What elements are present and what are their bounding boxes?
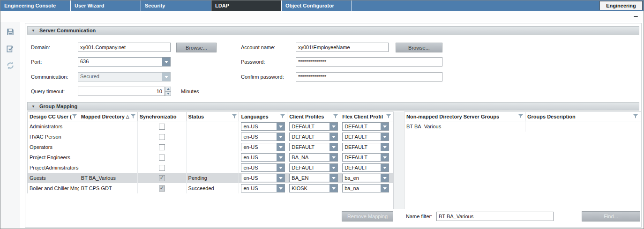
- name-filter-input[interactable]: [436, 212, 554, 221]
- column-header-nonmapped-groups[interactable]: Non-mapped Directory Server Groups: [404, 112, 525, 121]
- account-browse-button[interactable]: Browse...: [396, 43, 442, 52]
- column-header-mapped-directory[interactable]: Mapped Directory△: [79, 112, 138, 121]
- flex-profile-select[interactable]: DEFAULT: [342, 163, 389, 172]
- client-profile-select[interactable]: BA_EN: [289, 174, 338, 182]
- flex-profile-select[interactable]: DEFAULT: [342, 153, 389, 162]
- client-profile-select[interactable]: DEFAULT: [289, 133, 338, 141]
- collapse-icon[interactable]: [634, 16, 638, 17]
- table-row[interactable]: Guests BT BA_Various Pending en-US BA_EN…: [28, 173, 393, 183]
- column-header-client-profiles[interactable]: Client Profiles: [287, 112, 340, 121]
- flex-profile-select[interactable]: ba_en: [342, 174, 389, 182]
- domain-browse-button[interactable]: Browse...: [176, 43, 217, 52]
- column-header-groups-description[interactable]: Groups Description: [525, 112, 640, 121]
- panel-splitter[interactable]: [393, 111, 404, 209]
- filter-icon[interactable]: [232, 114, 237, 118]
- flex-profile-select[interactable]: DEFAULT: [342, 143, 389, 151]
- sync-checkbox[interactable]: [159, 175, 165, 181]
- language-value: en-US: [241, 154, 277, 161]
- filter-icon[interactable]: [633, 114, 638, 118]
- cell-synchronization: [138, 163, 187, 173]
- language-select[interactable]: en-US: [241, 174, 285, 182]
- column-header-user[interactable]: Desigo CC User (: [28, 112, 79, 121]
- sync-checkbox[interactable]: [159, 144, 165, 150]
- sync-checkbox[interactable]: [159, 155, 165, 161]
- domain-input[interactable]: [78, 43, 171, 52]
- tab-engineering-console[interactable]: Engineering Console: [0, 0, 71, 11]
- table-row[interactable]: Administrators en-US DEFAULT DEFAULT: [28, 121, 393, 132]
- language-select[interactable]: en-US: [241, 143, 285, 151]
- cell-flex-profile: ba_na: [340, 183, 393, 193]
- find-button[interactable]: Find...: [582, 211, 640, 222]
- confirm-password-input[interactable]: [296, 72, 442, 81]
- column-header-languages[interactable]: Languages: [239, 112, 287, 121]
- tab-object-configurator[interactable]: Object Configurator: [282, 0, 352, 11]
- filter-icon[interactable]: [72, 114, 77, 118]
- language-select[interactable]: en-US: [241, 153, 285, 162]
- chevron-down-icon: [329, 185, 337, 192]
- language-select[interactable]: en-US: [241, 163, 285, 172]
- password-label: Password:: [241, 59, 265, 65]
- query-timeout-input[interactable]: [78, 87, 165, 96]
- spinner-up-icon[interactable]: [165, 87, 171, 91]
- communication-select[interactable]: Secured: [78, 72, 171, 81]
- chevron-down-icon: [329, 133, 337, 140]
- sync-checkbox[interactable]: [159, 165, 165, 171]
- cell-group-description: [525, 121, 640, 132]
- client-profile-select[interactable]: KIOSK: [289, 184, 338, 192]
- table-row[interactable]: BT BA_Various: [404, 121, 641, 132]
- query-timeout-label: Query timeout:: [31, 89, 65, 94]
- tab-user-wizard[interactable]: User Wizard: [71, 0, 141, 11]
- spinner-down-icon[interactable]: [165, 91, 171, 96]
- flex-profile-select[interactable]: ba_na: [342, 184, 389, 192]
- cell-languages: en-US: [239, 183, 287, 193]
- cell-client-profile: BA_EN: [287, 173, 340, 183]
- chevron-down-icon: [162, 58, 170, 66]
- chevron-down-icon: [381, 164, 389, 171]
- table-header-row: Non-mapped Directory Server Groups Group…: [404, 111, 641, 121]
- language-select[interactable]: en-US: [241, 122, 285, 131]
- flex-profile-select[interactable]: DEFAULT: [342, 133, 389, 141]
- client-profile-select[interactable]: BA_NA: [289, 153, 338, 162]
- sync-checkbox[interactable]: [159, 185, 165, 192]
- engineering-mode-button[interactable]: Engineering: [599, 1, 643, 10]
- filter-icon[interactable]: [518, 114, 523, 118]
- chevron-down-icon: [277, 154, 285, 161]
- table-row[interactable]: HVAC Person en-US DEFAULT DEFAULT: [28, 132, 393, 142]
- flex-profile-select[interactable]: DEFAULT: [342, 122, 389, 131]
- group-mapping-header[interactable]: ▼ Group Mapping: [27, 102, 639, 111]
- sort-ascending-icon[interactable]: △: [126, 114, 129, 119]
- column-header-synchronization[interactable]: Synchronizatio: [138, 112, 187, 121]
- column-label: Flex Client Profil: [342, 114, 383, 119]
- chevron-down-icon: [277, 174, 285, 182]
- port-select[interactable]: 636: [78, 57, 171, 66]
- table-row[interactable]: ProjectAdministrators en-US DEFAULT DEFA…: [28, 163, 393, 173]
- account-name-input[interactable]: [296, 43, 389, 52]
- password-input[interactable]: [296, 57, 442, 66]
- save-icon[interactable]: [6, 28, 15, 36]
- language-select[interactable]: en-US: [241, 133, 285, 141]
- chevron-down-icon: [277, 185, 285, 192]
- client-profile-select[interactable]: DEFAULT: [289, 143, 338, 151]
- filter-icon[interactable]: [386, 114, 391, 118]
- filter-icon[interactable]: [131, 114, 135, 118]
- table-row[interactable]: Project Engineers en-US BA_NA DEFAULT: [28, 152, 393, 163]
- client-profile-value: KIOSK: [290, 185, 329, 192]
- validate-icon[interactable]: [6, 44, 15, 53]
- table-row[interactable]: Operators en-US DEFAULT DEFAULT: [28, 142, 393, 152]
- refresh-icon[interactable]: [6, 61, 15, 70]
- filter-icon[interactable]: [280, 114, 285, 118]
- table-row[interactable]: Boiler and Chiller Mng BT CPS GDT Succee…: [28, 183, 393, 193]
- remove-mapping-button[interactable]: Remove Mapping: [342, 211, 393, 222]
- column-header-status[interactable]: Status: [187, 112, 240, 121]
- cell-client-profile: DEFAULT: [287, 132, 340, 142]
- tab-security[interactable]: Security: [141, 0, 211, 11]
- client-profile-select[interactable]: DEFAULT: [289, 122, 338, 131]
- server-communication-header[interactable]: ▼ Server Communication: [27, 26, 639, 35]
- sync-checkbox[interactable]: [159, 124, 165, 130]
- tab-ldap[interactable]: LDAP: [211, 0, 282, 11]
- client-profile-select[interactable]: DEFAULT: [289, 163, 338, 172]
- language-select[interactable]: en-US: [241, 184, 285, 192]
- sync-checkbox[interactable]: [159, 134, 165, 140]
- column-header-flex-client-profile[interactable]: Flex Client Profil: [340, 112, 393, 121]
- filter-icon[interactable]: [333, 114, 338, 118]
